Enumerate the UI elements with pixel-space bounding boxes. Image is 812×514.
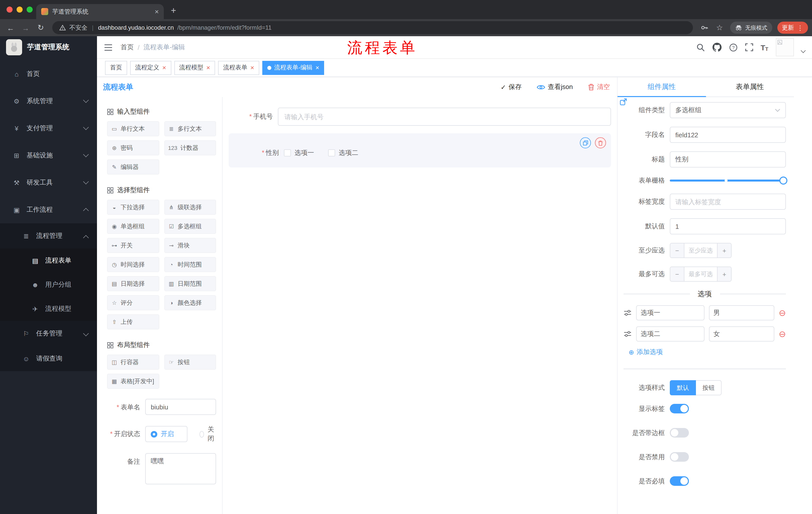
option-value-input[interactable] — [709, 326, 774, 342]
drag-handle-icon[interactable] — [624, 330, 632, 337]
palette-item[interactable]: ▦ 表格[开发中] — [107, 374, 159, 389]
view-json-button[interactable]: 查看json — [536, 82, 573, 91]
new-tab-button[interactable]: + — [171, 6, 176, 15]
with-border-switch[interactable] — [670, 428, 689, 437]
required-switch[interactable] — [670, 476, 689, 486]
palette-item[interactable]: ☞ 按钮 — [164, 355, 216, 370]
sidebar-item-infrastructure[interactable]: ⊞ 基础设施 — [0, 142, 97, 169]
remove-option-icon[interactable]: ⊖ — [779, 308, 786, 317]
search-icon[interactable] — [696, 43, 705, 52]
browser-update-button[interactable]: 更新 ⋮ — [777, 22, 808, 34]
app-logo[interactable]: 芋道管理系统 — [0, 36, 97, 58]
form-remark-textarea[interactable]: 嘿嘿 — [145, 453, 216, 484]
breadcrumb-home[interactable]: 首页 — [121, 43, 134, 52]
avatar-caret-icon[interactable] — [801, 48, 806, 53]
tab-component-properties[interactable]: 组件属性 — [617, 77, 706, 97]
palette-item[interactable]: ⋔ 级联选择 — [164, 200, 216, 215]
password-key-icon[interactable] — [698, 21, 711, 34]
github-icon[interactable] — [712, 43, 721, 52]
palette-item[interactable]: ☑ 多选框组 — [164, 219, 216, 234]
close-tag-icon[interactable]: × — [316, 64, 319, 71]
sidebar-item-home[interactable]: ⌂ 首页 — [0, 60, 97, 87]
fullscreen-icon[interactable] — [745, 43, 753, 51]
browser-menu-icon[interactable]: ⋮ — [797, 24, 804, 31]
close-window-button[interactable] — [6, 6, 12, 12]
default-value-input[interactable] — [670, 218, 786, 234]
option-label-input[interactable] — [636, 326, 704, 342]
reload-icon[interactable]: ↻ — [34, 21, 47, 34]
palette-item[interactable]: ◉ 单选框组 — [107, 219, 159, 234]
sidebar-item-process-model[interactable]: ✈ 流程模型 — [0, 297, 97, 321]
bookmark-star-icon[interactable]: ☆ — [713, 21, 726, 34]
form-grid-slider[interactable] — [670, 176, 786, 185]
max-select-value[interactable]: 最多可选 — [685, 267, 717, 281]
palette-item[interactable]: ≣ 多行文本 — [164, 121, 216, 136]
palette-item[interactable]: ⊛ 密码 — [107, 140, 159, 155]
sidebar-item-system-management[interactable]: ⚙ 系统管理 — [0, 87, 97, 115]
sidebar-item-dev-tools[interactable]: ⚒ 研发工具 — [0, 169, 97, 196]
copy-component-button[interactable] — [580, 137, 591, 148]
palette-item[interactable]: ⊸ 滑块 — [164, 238, 216, 253]
zoom-window-button[interactable] — [27, 6, 33, 12]
sidebar-item-workflow[interactable]: ▣ 工作流程 — [0, 196, 97, 223]
increase-button[interactable]: + — [717, 267, 731, 281]
palette-item[interactable]: ◫ 行容器 — [107, 355, 159, 370]
close-tag-icon[interactable]: × — [162, 64, 166, 71]
palette-item[interactable]: ⇧ 上传 — [107, 314, 159, 329]
palette-item[interactable]: ▭ 单行文本 — [107, 121, 159, 136]
decrease-button[interactable]: − — [670, 243, 685, 258]
link-icon[interactable] — [619, 98, 627, 106]
add-option-button[interactable]: ⊕ 添加选项 — [629, 348, 786, 357]
palette-item[interactable]: ◑ 颜色选择 — [164, 295, 216, 310]
status-off-radio[interactable]: 关闭 — [200, 425, 216, 443]
phone-input[interactable] — [278, 108, 611, 126]
palette-item[interactable]: ◷ 时间选择 — [107, 257, 159, 272]
title-input[interactable] — [670, 152, 786, 167]
palette-item[interactable]: 123 计数器 — [164, 140, 216, 155]
decrease-button[interactable]: − — [670, 267, 685, 281]
sidebar-item-user-group[interactable]: ☻ 用户分组 — [0, 273, 97, 297]
back-icon[interactable]: ← — [4, 21, 17, 34]
address-bar[interactable]: 不安全 | dashboard.yudao.iocoder.cn/bpm/man… — [52, 21, 693, 34]
palette-item[interactable]: ▤ 日期选择 — [107, 276, 159, 291]
close-tab-icon[interactable]: × — [155, 8, 159, 15]
option-label-input[interactable] — [636, 305, 704, 320]
palette-item[interactable]: ✎ 编辑器 — [107, 159, 159, 174]
close-tag-icon[interactable]: × — [250, 64, 254, 71]
tag-home[interactable]: 首页 — [105, 61, 127, 75]
sidebar-item-process-form[interactable]: ▤ 流程表单 — [0, 248, 97, 273]
field-name-input[interactable] — [670, 127, 786, 143]
canvas-field-phone[interactable]: 手机号 — [229, 103, 611, 130]
close-tag-icon[interactable]: × — [206, 64, 210, 71]
delete-component-button[interactable] — [595, 137, 606, 148]
form-name-input[interactable] — [145, 399, 216, 415]
sidebar-item-task-management[interactable]: ⚐ 任务管理 — [0, 321, 97, 346]
slider-handle[interactable] — [779, 177, 787, 185]
palette-item[interactable]: ◔ 时间范围 — [164, 257, 216, 272]
tag-process-form[interactable]: 流程表单 × — [218, 61, 259, 75]
component-type-select[interactable]: 多选框组 — [670, 102, 786, 118]
sidebar-item-leave-query[interactable]: ☺ 请假查询 — [0, 346, 97, 371]
tab-form-properties[interactable]: 表单属性 — [706, 77, 794, 97]
palette-item[interactable]: ◒ 下拉选择 — [107, 200, 159, 215]
font-size-icon[interactable]: TT — [760, 43, 768, 52]
gender-option-2-checkbox[interactable]: 选项二 — [328, 148, 358, 157]
increase-button[interactable]: + — [717, 243, 731, 258]
avatar[interactable] — [776, 38, 794, 56]
option-style-button-button[interactable]: 按钮 — [696, 380, 722, 395]
remove-option-icon[interactable]: ⊖ — [779, 330, 786, 338]
option-value-input[interactable] — [709, 305, 774, 320]
browser-tab[interactable]: 芋道管理系统 × — [36, 4, 164, 19]
tag-process-form-edit[interactable]: 流程表单-编辑 × — [262, 61, 324, 75]
option-style-default-button[interactable]: 默认 — [670, 380, 696, 395]
minimize-window-button[interactable] — [17, 6, 23, 12]
sidebar-fold-icon[interactable] — [104, 44, 113, 51]
tag-process-definition[interactable]: 流程定义 × — [130, 61, 171, 75]
tag-process-model[interactable]: 流程模型 × — [174, 61, 215, 75]
palette-item[interactable]: ▥ 日期范围 — [164, 276, 216, 291]
show-label-switch[interactable] — [670, 404, 689, 413]
help-icon[interactable]: ? — [729, 43, 737, 52]
save-button[interactable]: ✓ 保存 — [500, 82, 522, 91]
drag-handle-icon[interactable] — [624, 309, 632, 316]
min-select-value[interactable]: 至少应选 — [685, 243, 717, 258]
